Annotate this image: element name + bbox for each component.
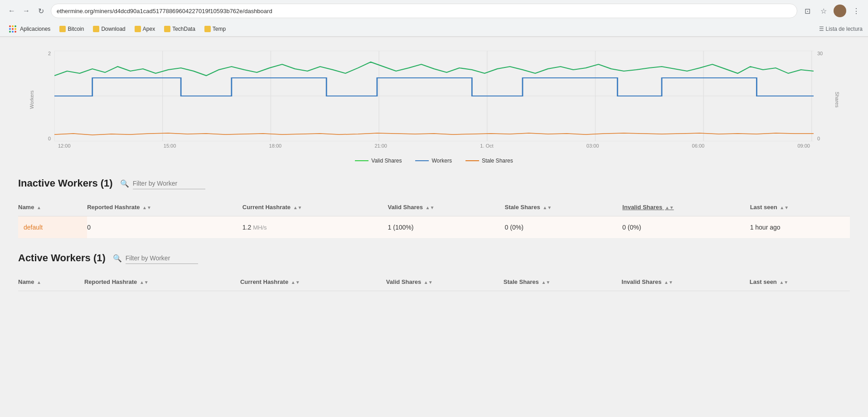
col-last-seen-inactive[interactable]: Last seen ▲▼ [750,198,850,216]
active-workers-header: Active Workers (1) 🔍 [18,252,850,264]
worker-name-link[interactable]: default [24,224,43,231]
x-label-1200: 12:00 [58,143,71,149]
folder-icon-download [93,26,99,32]
col-invalid-shares-inactive[interactable]: Invalid Shares ▲▼ [622,198,750,216]
bookmark-bitcoin[interactable]: Bitcoin [56,24,87,34]
bookmark-download-label: Download [101,26,125,32]
col-reported-hashrate-inactive[interactable]: Reported Hashrate ▲▼ [87,198,242,216]
apps-grid-icon [9,25,16,33]
legend-line-orange [466,160,479,161]
col-stale-shares-active[interactable]: Stale Shares ▲▼ [504,273,622,291]
legend-valid-label: Valid Shares [371,158,402,164]
inactive-table-header-row: Name ▲ Reported Hashrate ▲▼ Current Hash… [18,198,850,216]
active-workers-section: Active Workers (1) 🔍 Name ▲ Reported Has… [18,252,850,291]
nav-buttons: ← → ↻ [5,5,47,17]
bookmark-temp[interactable]: Temp [201,24,229,34]
x-label-2100: 21:00 [374,143,387,149]
bookmark-techdata[interactable]: TechData [160,24,199,34]
bookmark-temp-label: Temp [213,26,226,32]
y-axis-right-values: 30 0 [814,51,827,141]
inactive-workers-section: Inactive Workers (1) 🔍 Name ▲ Reported H… [18,177,850,239]
col-valid-shares-inactive[interactable]: Valid Shares ▲▼ [388,198,505,216]
col-last-seen-active[interactable]: Last seen ▲▼ [750,273,850,291]
browser-toolbar: ← → ↻ ⊡ ☆ ⋮ [0,0,868,22]
browser-chrome: ← → ↻ ⊡ ☆ ⋮ Aplicaciones [0,0,868,37]
bookmark-download[interactable]: Download [89,24,129,34]
reading-list[interactable]: ☰ Lista de lectura [819,26,863,32]
y-axis-left-values: 2 0 [41,51,54,141]
menu-icon[interactable]: ⋮ [850,5,863,17]
active-workers-table: Name ▲ Reported Hashrate ▲▼ Current Hash… [18,273,850,291]
legend-stale-shares: Stale Shares [466,158,513,164]
legend-line-blue [415,160,429,161]
folder-icon-temp [204,26,211,32]
col-current-hashrate-inactive[interactable]: Current Hashrate ▲▼ [242,198,388,216]
x-label-0900: 09:00 [797,143,810,149]
inactive-workers-title: Inactive Workers (1) [18,177,113,189]
col-invalid-shares-active[interactable]: Invalid Shares ▲▼ [621,273,750,291]
x-label-oct: 1. Oct [480,143,493,149]
inactive-filter-input[interactable] [133,178,205,189]
inactive-workers-table: Name ▲ Reported Hashrate ▲▼ Current Hash… [18,198,850,239]
inactive-workers-tbody: default 0 1.2 MH/s 1 (100%) 0 (0%) 0 (0%… [18,216,850,239]
legend-workers: Workers [415,158,451,164]
col-name-inactive[interactable]: Name ▲ [18,198,87,216]
bookmark-techdata-label: TechData [172,26,195,32]
reading-list-icon: ☰ [819,26,824,32]
valid-shares-cell: 1 (100%) [388,216,505,239]
x-label-0300: 03:00 [587,143,599,149]
bookmark-star-icon[interactable]: ☆ [817,5,830,17]
table-row: default 0 1.2 MH/s 1 (100%) 0 (0%) 0 (0%… [18,216,850,239]
user-avatar[interactable] [834,5,846,17]
active-table-header-row: Name ▲ Reported Hashrate ▲▼ Current Hash… [18,273,850,291]
filter-search-icon: 🔍 [120,179,129,188]
bookmark-apex[interactable]: Apex [131,24,159,34]
reported-hashrate-cell: 0 [87,216,242,239]
current-hashrate-cell: 1.2 MH/s [242,216,388,239]
bookmark-apex-label: Apex [143,26,155,32]
folder-icon-bitcoin [59,26,66,32]
x-label-1500: 15:00 [164,143,176,149]
active-filter-search-icon: 🔍 [113,254,122,263]
forward-button[interactable]: → [20,5,33,17]
browser-actions: ⊡ ☆ ⋮ [801,5,863,17]
legend-stale-label: Stale Shares [482,158,513,164]
bookmark-apps[interactable]: Aplicaciones [5,24,54,34]
col-current-hashrate-active[interactable]: Current Hashrate ▲▼ [240,273,386,291]
active-filter-input[interactable] [126,253,198,264]
y-axis-right-label: Shares [835,92,840,108]
folder-icon-apex [135,26,141,32]
col-name-active[interactable]: Name ▲ [18,273,84,291]
bookmarks-bar: Aplicaciones Bitcoin Download Apex TechD… [0,22,868,37]
worker-name-cell: default [18,216,87,239]
col-reported-hashrate-active[interactable]: Reported Hashrate ▲▼ [84,273,240,291]
invalid-shares-cell: 0 (0%) [622,216,750,239]
col-valid-shares-active[interactable]: Valid Shares ▲▼ [386,273,504,291]
page-content: Workers Shares 2 0 [0,37,868,417]
chart-container: Workers Shares 2 0 [18,46,850,164]
last-seen-cell: 1 hour ago [750,216,850,239]
legend-workers-label: Workers [432,158,451,164]
inactive-workers-filter: 🔍 [120,178,205,189]
active-workers-title: Active Workers (1) [18,252,106,264]
reload-button[interactable]: ↻ [34,5,47,17]
cast-icon[interactable]: ⊡ [801,5,814,17]
back-button[interactable]: ← [5,5,18,17]
chart-legend: Valid Shares Workers Stale Shares [18,158,850,164]
folder-icon-techdata [164,26,170,32]
reading-list-label: Lista de lectura [826,26,863,32]
active-workers-filter: 🔍 [113,253,198,264]
x-label-1800: 18:00 [269,143,282,149]
col-stale-shares-inactive[interactable]: Stale Shares ▲▼ [505,198,623,216]
x-axis-labels: 12:00 15:00 18:00 21:00 1. Oct 03:00 06:… [41,141,810,149]
y-axis-left-label: Workers [29,91,34,109]
legend-line-green [355,160,369,161]
chart-svg [54,51,814,141]
x-label-0600: 06:00 [692,143,705,149]
inactive-workers-header: Inactive Workers (1) 🔍 [18,177,850,189]
bookmark-bitcoin-label: Bitcoin [68,26,84,32]
stale-shares-cell: 0 (0%) [505,216,623,239]
bookmark-apps-label: Aplicaciones [20,26,50,32]
legend-valid-shares: Valid Shares [355,158,402,164]
address-bar[interactable] [51,4,797,18]
